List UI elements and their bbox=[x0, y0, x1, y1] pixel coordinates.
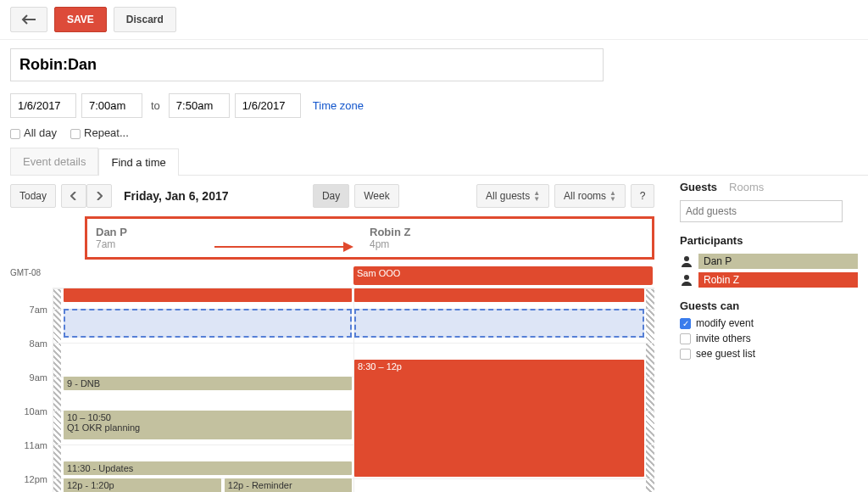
column-dan[interactable]: 9 - DNB 10 – 10:50Q1 OKR planning 11:30 … bbox=[53, 288, 353, 492]
participant-label: Robin Z bbox=[698, 272, 858, 288]
current-date-label: Friday, Jan 6, 2017 bbox=[124, 189, 228, 203]
start-date-input[interactable] bbox=[10, 93, 76, 118]
hour-label: 11am bbox=[12, 440, 47, 450]
to-label: to bbox=[147, 99, 164, 112]
tab-find-a-time[interactable]: Find a time bbox=[98, 148, 178, 176]
tab-event-details[interactable]: Event details bbox=[10, 148, 98, 175]
today-button[interactable]: Today bbox=[10, 184, 56, 208]
discard-button[interactable]: Discard bbox=[114, 7, 176, 32]
prev-button[interactable] bbox=[61, 184, 86, 208]
hour-label: 12pm bbox=[12, 474, 47, 484]
next-button[interactable] bbox=[86, 184, 112, 208]
invite-others-checkbox[interactable]: ✓invite others bbox=[680, 333, 858, 344]
event-updates[interactable]: 11:30 - Updates bbox=[64, 461, 352, 475]
header-participant-1: Dan P bbox=[96, 226, 370, 238]
tab-rooms[interactable]: Rooms bbox=[729, 181, 764, 193]
all-rooms-filter[interactable]: All rooms▲▼ bbox=[554, 184, 626, 208]
modify-event-checkbox[interactable]: ✓modify event bbox=[680, 317, 858, 329]
event-reminder[interactable]: 12p - Reminder bbox=[225, 478, 352, 492]
selected-timeslot[interactable] bbox=[64, 309, 352, 338]
start-time-input[interactable] bbox=[81, 93, 142, 118]
day-view-button[interactable]: Day bbox=[313, 184, 349, 208]
person-icon bbox=[680, 273, 693, 287]
guests-can-title: Guests can bbox=[680, 299, 858, 312]
save-button[interactable]: SAVE bbox=[54, 7, 107, 32]
event-title-input[interactable] bbox=[10, 48, 604, 81]
person-icon bbox=[680, 254, 693, 268]
participant-label: Dan P bbox=[698, 254, 858, 269]
back-button[interactable] bbox=[10, 7, 47, 32]
header-participant-2: Robin Z bbox=[370, 226, 643, 238]
event-okr[interactable]: 10 – 10:50Q1 OKR planning bbox=[64, 411, 352, 439]
event-dnb[interactable]: 9 - DNB bbox=[64, 377, 352, 390]
repeat-checkbox[interactable]: Repeat... bbox=[70, 126, 129, 139]
add-guests-input[interactable] bbox=[680, 200, 843, 222]
participant-row[interactable]: Robin Z bbox=[680, 272, 858, 288]
event-lunch[interactable]: 12p - 1:20pLunch bbox=[64, 478, 221, 492]
hour-label: 9am bbox=[12, 372, 47, 383]
arrow-head-icon bbox=[343, 242, 353, 252]
timezone-link[interactable]: Time zone bbox=[313, 99, 364, 112]
hour-label: 10am bbox=[12, 406, 47, 417]
see-guest-list-checkbox[interactable]: ✓see guest list bbox=[680, 348, 858, 360]
svg-point-1 bbox=[684, 275, 689, 280]
all-guests-filter[interactable]: All guests▲▼ bbox=[476, 184, 549, 208]
header-participant-2-time: 4pm bbox=[370, 238, 643, 250]
svg-point-0 bbox=[684, 256, 689, 261]
end-time-input[interactable] bbox=[169, 93, 230, 118]
week-view-button[interactable]: Week bbox=[354, 184, 398, 208]
help-button[interactable]: ? bbox=[631, 184, 654, 208]
event-block-830-12[interactable]: 8:30 – 12p bbox=[354, 360, 644, 477]
event-partial[interactable] bbox=[64, 288, 352, 302]
hour-label: 8am bbox=[12, 338, 47, 349]
selected-timeslot-2[interactable] bbox=[354, 309, 644, 338]
arrow-line bbox=[214, 246, 343, 248]
participants-header: Dan P 7am Robin Z 4pm bbox=[85, 216, 654, 260]
tab-guests[interactable]: Guests bbox=[680, 181, 717, 193]
timezone-label: GMT-08 bbox=[10, 268, 41, 277]
allday-event-sam[interactable]: Sam OOO bbox=[353, 266, 653, 285]
allday-checkbox[interactable]: All day bbox=[10, 126, 57, 139]
end-date-input[interactable] bbox=[235, 93, 301, 118]
event-partial-2[interactable] bbox=[354, 288, 644, 302]
participant-row[interactable]: Dan P bbox=[680, 254, 858, 269]
header-participant-1-time: 7am bbox=[96, 238, 370, 250]
participants-title: Participants bbox=[680, 234, 858, 247]
column-robin[interactable]: 8:30 – 12p bbox=[353, 288, 654, 492]
hour-label: 7am bbox=[12, 305, 47, 315]
